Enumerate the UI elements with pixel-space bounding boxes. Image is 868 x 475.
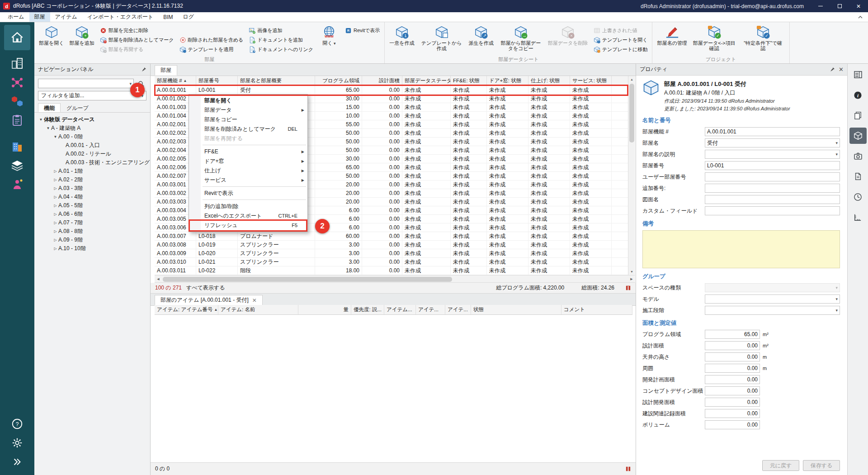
room-name-select[interactable]: 受付▾ (705, 138, 840, 147)
tree-expanded-icon[interactable]: ▼ (52, 135, 58, 139)
ribbon-move-to-template-button[interactable]: →テンプレートに移動 (592, 45, 650, 54)
items-column-header-2[interactable]: アイテム: 名前 (218, 305, 298, 314)
tree-item[interactable]: ▼A - 建築物 A (35, 124, 149, 133)
table-vertical-scrollbar[interactable]: ▲ ▼ (628, 76, 635, 275)
concept-design-area-input[interactable]: 0.00 (705, 386, 760, 395)
pin-icon[interactable] (830, 67, 835, 72)
column-header-10[interactable]: サービス: 状態 (570, 76, 612, 86)
tool-panel-grid-button[interactable] (849, 66, 867, 83)
items-column-header-8[interactable]: 状態 (471, 305, 561, 314)
tree-collapsed-icon[interactable]: ▷ (52, 195, 58, 199)
maximize-button[interactable] (830, 0, 849, 12)
table-horizontal-scrollbar[interactable]: ◀ ▶ (155, 275, 635, 283)
menu-tab-items[interactable]: アイテム (50, 12, 82, 22)
nav-module-people-button[interactable] (4, 175, 30, 194)
tree-item[interactable]: ▷A.09 - 9階 (35, 236, 149, 244)
nav-module-bim-building-button[interactable] (4, 137, 30, 156)
tree-item[interactable]: ▷A.10 - 10階 (35, 244, 149, 253)
ribbon-apply-template-button[interactable]: →テンプレートを適用 (178, 45, 245, 54)
menu-item-ffe[interactable]: FF&E▶ (189, 147, 307, 157)
ribbon-open-room-button[interactable]: 部屋を開く (37, 24, 66, 47)
column-header-3[interactable]: 部屋名と部屋概要 (238, 76, 315, 86)
menu-item-doors-windows[interactable]: ドア+窓▶ (189, 157, 307, 166)
settings-button[interactable] (4, 433, 30, 452)
menu-item-copy-room[interactable]: 部屋をコピー (189, 115, 307, 124)
ribbon-verify-room-data-items-button[interactable]: ✓部屋データ<->項目確認 (691, 24, 738, 52)
tool-info-button[interactable]: i (849, 87, 867, 103)
tree-item[interactable]: A.00.02 - リテール (35, 150, 149, 158)
tree-item[interactable]: ▷A.07 - 7階 (35, 218, 149, 227)
menu-item-finishes[interactable]: 仕上げ▶ (189, 166, 307, 176)
items-column-header-6[interactable]: アイテ... (416, 305, 445, 314)
ribbon-delete-room-permanently-button[interactable]: 部屋を完全に削除 (98, 26, 176, 35)
ribbon-manage-room-names-button[interactable]: 部屋名の管理 (655, 24, 689, 47)
menu-item-add-remove-columns[interactable]: 列の追加/削除 (189, 202, 307, 211)
menu-item-open-room[interactable]: 部屋を開く (189, 96, 307, 105)
additional-number-input[interactable] (705, 184, 840, 193)
close-button[interactable]: ✕ (849, 0, 868, 12)
menu-item-show-in-revit[interactable]: Revitで表示 (189, 189, 307, 198)
column-header-6[interactable]: 部屋データステータス (402, 76, 451, 86)
nav-tab-機能[interactable]: 機能 (38, 103, 61, 112)
menu-tab-bim[interactable]: BIM (158, 12, 178, 22)
scroll-left-icon[interactable]: ◀ (155, 276, 162, 282)
tree-item[interactable]: A.00.01 - 入口 (35, 141, 149, 150)
design-area-input[interactable]: 0.00 (705, 341, 760, 350)
ribbon-link-document-button[interactable]: ドキュメントへのリンク (247, 45, 315, 54)
construction-stage-select[interactable]: ▾ (705, 306, 840, 315)
nav-module-items-button[interactable] (4, 92, 30, 111)
tree-item[interactable]: ▷A.05 - 5階 (35, 201, 149, 210)
construction-record-area-input[interactable]: 0.00 (705, 409, 760, 418)
menu-item-mark-room-deleted[interactable]: 部屋を削除済みとしてマークDEL (189, 124, 307, 134)
drawing-name-input[interactable] (705, 195, 840, 204)
tool-camera-button[interactable] (849, 148, 867, 164)
ribbon-copy-room-data-button[interactable]: →部屋から部屋データをコピー (497, 24, 544, 52)
perimeter-input[interactable]: 0.00 (705, 364, 760, 373)
save-button[interactable]: 保存する (803, 460, 840, 471)
help-button[interactable]: ? (4, 414, 30, 433)
menu-tab-home[interactable]: ホーム (3, 12, 29, 22)
ribbon-include-deleted-rooms-button[interactable]: 削除された部屋を含める (178, 35, 245, 45)
tree-item[interactable]: ▷A.06 - 6階 (35, 210, 149, 218)
tree-item[interactable]: ▷A.02 - 2階 (35, 176, 149, 184)
tool-document-button[interactable] (849, 168, 867, 185)
ribbon-show-in-revit-button[interactable]: RRevitで表示 (343, 26, 382, 35)
tree-collapsed-icon[interactable]: ▷ (52, 229, 58, 233)
tab-rooms[interactable]: 部屋 (155, 65, 177, 76)
tree-collapsed-icon[interactable]: ▷ (52, 169, 58, 173)
log-book-icon[interactable] (625, 466, 631, 472)
log-book-icon[interactable] (625, 285, 631, 291)
room-function-number-input[interactable]: A.00.01.001 (705, 127, 840, 136)
ceiling-height-input[interactable]: 0.00 (705, 352, 760, 361)
menu-item-room-data[interactable]: 部屋データ▶ (189, 105, 307, 115)
show-all-link[interactable]: すべて表示する (186, 284, 225, 292)
items-column-header-9[interactable]: コメント (561, 305, 632, 314)
ribbon-create-from-template-button[interactable]: テンプレートから作成 (418, 24, 465, 52)
menu-tab-import-export[interactable]: インポート・エクスポート (82, 12, 159, 22)
column-header-4[interactable]: プログラム領域 (315, 76, 362, 86)
ribbon-add-room-button[interactable]: +部屋を追加 (68, 24, 96, 47)
horizontal-scroll-thumb[interactable] (163, 277, 452, 282)
tool-measure-button[interactable] (849, 209, 867, 225)
tree-collapsed-icon[interactable]: ▷ (52, 204, 58, 208)
custom-field-input[interactable] (705, 206, 840, 215)
scroll-up-icon[interactable]: ▲ (628, 76, 635, 83)
items-column-header-1[interactable]: アイテム: アイテム番号▲ (155, 305, 218, 314)
pin-icon[interactable] (142, 67, 146, 72)
table-row[interactable]: A.00.03.007L0-018プロムナード60.000.00未作成未作成未作… (155, 232, 628, 241)
tree-collapsed-icon[interactable]: ▷ (52, 186, 58, 190)
column-header-7[interactable]: FF&E: 状態 (451, 76, 487, 86)
table-row[interactable]: A.00.03.008L0-019スプリンクラー3.000.00未作成未作成未作… (155, 241, 628, 249)
scroll-down-icon[interactable]: ▼ (628, 268, 635, 275)
space-type-select[interactable]: ▾ (705, 283, 840, 292)
design-development-area-input[interactable]: 0.00 (705, 398, 760, 407)
ribbon-mark-room-deleted-button[interactable]: ×部屋を削除済みとしてマーク (98, 35, 176, 45)
tree-collapsed-icon[interactable]: ▷ (52, 221, 58, 225)
menu-tab-rooms[interactable]: 部屋 (29, 12, 50, 22)
tree-collapsed-icon[interactable]: ▷ (52, 212, 58, 216)
room-name-description-select[interactable]: ▾ (705, 150, 840, 159)
table-row[interactable]: A.00.03.010L0-021スプリンクラー3.000.00未作成未作成未作… (155, 258, 628, 266)
table-row[interactable]: A.00.03.011L0-022階段18.000.00未作成未作成未作成未作成… (155, 266, 628, 275)
tab-room-items[interactable]: 部屋のアイテム [A.00.01.001 - 受付] ✕ (155, 295, 263, 305)
column-header-1[interactable]: 部屋機能 #▲ (155, 76, 196, 86)
